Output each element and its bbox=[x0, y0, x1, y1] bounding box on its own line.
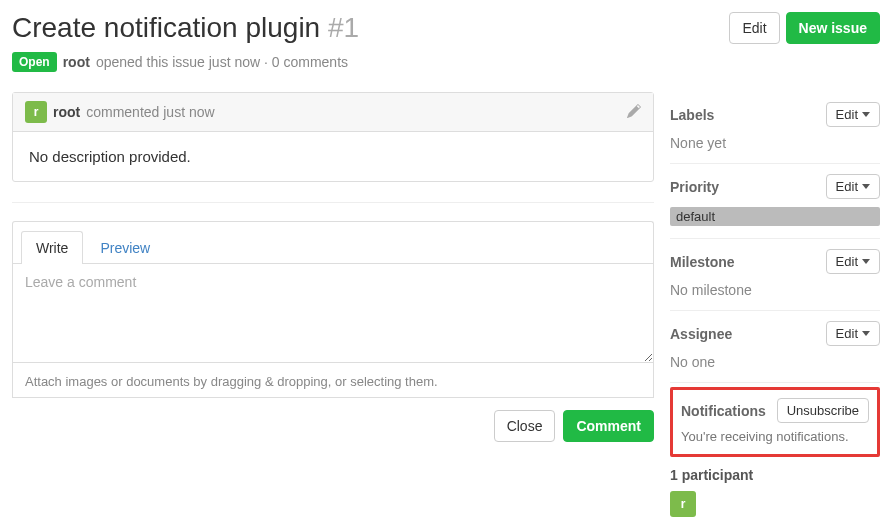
milestone-value: No milestone bbox=[670, 282, 880, 298]
caret-down-icon bbox=[862, 259, 870, 264]
assignee-edit-button[interactable]: Edit bbox=[826, 321, 880, 346]
assignee-title: Assignee bbox=[670, 326, 732, 342]
sidebar-priority: Priority Edit default bbox=[670, 164, 880, 239]
issue-title: Create notification plugin #1 bbox=[12, 12, 729, 44]
comment-author[interactable]: root bbox=[53, 104, 80, 120]
priority-title: Priority bbox=[670, 179, 719, 195]
sidebar-labels: Labels Edit None yet bbox=[670, 92, 880, 164]
comment-header: r root commented just now bbox=[13, 93, 653, 132]
participant-avatar[interactable]: r bbox=[670, 491, 696, 517]
notifications-title: Notifications bbox=[681, 403, 766, 419]
avatar[interactable]: r bbox=[25, 101, 47, 123]
tab-preview[interactable]: Preview bbox=[85, 231, 165, 264]
pencil-icon[interactable] bbox=[627, 104, 641, 121]
sidebar-assignee: Assignee Edit No one bbox=[670, 311, 880, 383]
comment-textarea[interactable] bbox=[13, 263, 653, 363]
tab-write[interactable]: Write bbox=[21, 231, 83, 264]
new-issue-button[interactable]: New issue bbox=[786, 12, 880, 44]
milestone-title: Milestone bbox=[670, 254, 735, 270]
caret-down-icon bbox=[862, 331, 870, 336]
labels-value: None yet bbox=[670, 135, 880, 151]
attach-hint[interactable]: Attach images or documents by dragging &… bbox=[13, 366, 653, 397]
divider bbox=[12, 202, 654, 203]
labels-edit-button[interactable]: Edit bbox=[826, 102, 880, 127]
sidebar-notifications: Notifications Unsubscribe You're receivi… bbox=[670, 387, 880, 457]
edit-issue-button[interactable]: Edit bbox=[729, 12, 779, 44]
participants-label: 1 participant bbox=[670, 467, 880, 483]
editor-tabs: Write Preview bbox=[12, 221, 654, 263]
comment-form: Write Preview Attach images or documents… bbox=[12, 221, 654, 442]
priority-edit-button[interactable]: Edit bbox=[826, 174, 880, 199]
issue-title-text: Create notification plugin bbox=[12, 12, 320, 43]
issue-meta: Open root opened this issue just now · 0… bbox=[12, 52, 880, 72]
comment-box: r root commented just now No description… bbox=[12, 92, 654, 182]
state-badge: Open bbox=[12, 52, 57, 72]
notifications-text: You're receiving notifications. bbox=[681, 429, 869, 444]
comment-button[interactable]: Comment bbox=[563, 410, 654, 442]
comment-body: No description provided. bbox=[13, 132, 653, 181]
sidebar-participants: 1 participant r bbox=[670, 467, 880, 517]
caret-down-icon bbox=[862, 184, 870, 189]
issue-author[interactable]: root bbox=[63, 54, 90, 70]
issue-number: #1 bbox=[328, 12, 359, 43]
issue-opened-text: opened this issue just now · 0 comments bbox=[96, 54, 348, 70]
assignee-value: No one bbox=[670, 354, 880, 370]
close-button[interactable]: Close bbox=[494, 410, 556, 442]
priority-value: default bbox=[670, 207, 880, 226]
caret-down-icon bbox=[862, 112, 870, 117]
unsubscribe-button[interactable]: Unsubscribe bbox=[777, 398, 869, 423]
sidebar-milestone: Milestone Edit No milestone bbox=[670, 239, 880, 311]
comment-time: commented just now bbox=[86, 104, 214, 120]
milestone-edit-button[interactable]: Edit bbox=[826, 249, 880, 274]
labels-title: Labels bbox=[670, 107, 714, 123]
